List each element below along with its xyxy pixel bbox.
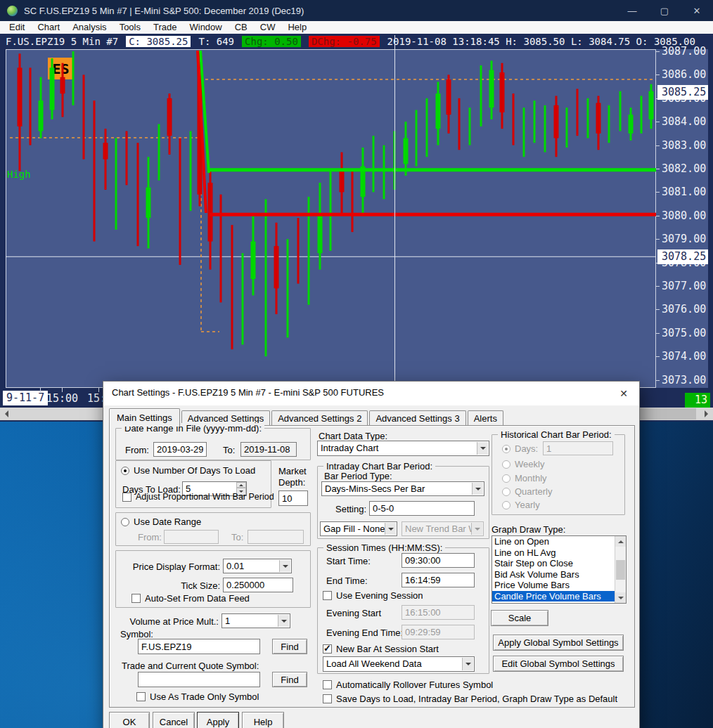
weekend-data-dropdown[interactable]: Load All Weekend Data bbox=[323, 656, 475, 672]
menu-item-trade[interactable]: Trade bbox=[147, 21, 183, 34]
evening-end-label: Evening End Time: bbox=[326, 628, 403, 638]
scroll-down-icon[interactable] bbox=[615, 592, 626, 603]
range-from-input[interactable] bbox=[164, 530, 219, 544]
historical-weekly-radio[interactable]: Weekly bbox=[502, 459, 544, 469]
listbox-scrollbar[interactable] bbox=[615, 536, 626, 603]
dialog-close-icon[interactable]: ✕ bbox=[615, 386, 632, 401]
menu-item-help[interactable]: Help bbox=[281, 21, 313, 34]
price-tick-label: 3087.00 bbox=[662, 45, 706, 58]
menu-item-analysis[interactable]: Analysis bbox=[66, 21, 113, 34]
maximize-icon[interactable]: ▢ bbox=[648, 0, 681, 21]
ok-button[interactable]: OK bbox=[109, 712, 150, 728]
tab-alerts[interactable]: Alerts bbox=[468, 410, 503, 426]
historical-bar-period-caption: Historical Chart Bar Period: bbox=[498, 429, 615, 440]
help-button[interactable]: Help bbox=[242, 712, 284, 728]
menu-item-cb[interactable]: CB bbox=[229, 21, 254, 34]
price-tick-label: 3075.00 bbox=[662, 327, 706, 339]
menu-item-edit[interactable]: Edit bbox=[3, 21, 31, 34]
chart-data-type-dropdown[interactable]: Intraday Chart bbox=[317, 441, 489, 456]
price-tick-mark bbox=[656, 216, 660, 216]
historical-days-input[interactable] bbox=[543, 441, 613, 455]
candlestick-chart[interactable] bbox=[6, 49, 656, 388]
scroll-up-icon[interactable] bbox=[615, 536, 626, 547]
trade-symbol-find-button[interactable]: Find bbox=[272, 672, 307, 687]
price-tick-mark bbox=[656, 333, 660, 334]
scroll-right-icon[interactable] bbox=[700, 408, 713, 420]
file-from-input[interactable] bbox=[153, 442, 207, 457]
scale-button[interactable]: Scale bbox=[491, 610, 548, 626]
volume-at-price-mult-dropdown[interactable]: 1 bbox=[221, 613, 290, 628]
trade-quote-symbol-input[interactable] bbox=[138, 672, 260, 687]
cancel-button[interactable]: Cancel bbox=[153, 712, 195, 728]
close-icon[interactable]: ✕ bbox=[681, 0, 713, 21]
historical-monthly-radio[interactable]: Monthly bbox=[502, 473, 547, 483]
file-to-input[interactable] bbox=[240, 442, 297, 457]
end-time-input[interactable] bbox=[402, 573, 475, 587]
gap-fill-dropdown[interactable]: Gap Fill - None bbox=[320, 521, 397, 536]
list-item[interactable]: Bid Ask Volume Bars bbox=[492, 569, 615, 580]
tab-main-settings[interactable]: Main Settings bbox=[109, 408, 180, 427]
quote-session-info: 2019-11-08 13:18:45 H: 3085.50 L: 3084.7… bbox=[387, 36, 695, 47]
bar-period-type-dropdown[interactable]: Days-Mins-Secs Per Bar bbox=[321, 481, 484, 496]
new-bar-at-session-start-checkbox[interactable]: New Bar At Session Start bbox=[323, 644, 439, 654]
use-evening-session-checkbox[interactable]: Use Evening Session bbox=[323, 590, 423, 601]
price-tick-mark bbox=[656, 286, 660, 287]
time-tick-mark bbox=[62, 388, 63, 392]
menu-item-window[interactable]: Window bbox=[183, 21, 228, 34]
adjust-proportional-checkbox[interactable]: Adjust Proportional With Bar Period bbox=[122, 492, 274, 502]
listbox-scrollbar-thumb[interactable] bbox=[616, 560, 625, 580]
price-tick-label: 3081.00 bbox=[662, 186, 706, 198]
price-tick-label: 3082.00 bbox=[662, 162, 706, 175]
new-trend-bar-dropdown[interactable]: New Trend Bar W bbox=[402, 521, 484, 536]
evening-end-input[interactable] bbox=[402, 625, 475, 639]
bar-period-type-label: Bar Period Type: bbox=[324, 471, 392, 481]
historical-quarterly-radio[interactable]: Quarterly bbox=[502, 486, 552, 497]
symbol-label: Symbol: bbox=[120, 629, 153, 639]
historical-yearly-radio[interactable]: Yearly bbox=[502, 500, 540, 510]
tab-advanced-settings-3[interactable]: Advanced Settings 3 bbox=[369, 410, 465, 426]
scroll-left-icon[interactable] bbox=[0, 408, 13, 420]
symbol-input[interactable] bbox=[138, 639, 260, 654]
menu-item-cw[interactable]: CW bbox=[254, 21, 282, 34]
start-time-input[interactable] bbox=[402, 553, 475, 568]
edit-global-symbol-settings-button[interactable]: Edit Global Symbol Settings bbox=[493, 656, 624, 672]
list-item[interactable]: Stair Step on Close bbox=[492, 558, 615, 569]
tab-advanced-settings-2[interactable]: Advanced Settings 2 bbox=[271, 410, 368, 426]
tick-size-label: Tick Size: bbox=[124, 580, 220, 591]
market-depth-input[interactable] bbox=[278, 490, 308, 506]
price-tick-mark bbox=[656, 239, 660, 240]
dialog-titlebar[interactable]: Chart Settings - F.US.EPZ19 5 Min #7 - E… bbox=[103, 382, 639, 405]
symbol-find-button[interactable]: Find bbox=[272, 639, 307, 654]
save-as-default-checkbox[interactable]: Save Days to Load, Intraday Bar Period, … bbox=[323, 694, 617, 704]
price-display-format-dropdown[interactable]: 0.01 bbox=[223, 559, 292, 573]
use-date-range-radio[interactable]: Use Date Range bbox=[121, 516, 201, 527]
time-tick-mark bbox=[98, 388, 99, 392]
use-as-trade-only-checkbox[interactable]: Use As Trade Only Symbol bbox=[136, 691, 259, 702]
minimize-icon[interactable]: — bbox=[616, 0, 648, 21]
session-times-caption: Session Times (HH:MM:SS): bbox=[323, 542, 445, 553]
use-number-of-days-radio[interactable]: Use Number Of Days To Load bbox=[121, 465, 255, 476]
setting-input[interactable] bbox=[369, 501, 475, 516]
apply-global-symbol-settings-button[interactable]: Apply Global Symbol Settings bbox=[493, 635, 624, 651]
volume-at-price-mult-label: Volume at Price Mult.: bbox=[124, 616, 219, 627]
menu-item-tools[interactable]: Tools bbox=[113, 21, 147, 34]
list-item[interactable]: Line on Open bbox=[492, 536, 615, 547]
evening-start-label: Evening Start bbox=[326, 608, 381, 618]
list-item[interactable]: Price Volume Bars bbox=[492, 580, 615, 591]
level-price-box: 3078.25 bbox=[657, 249, 708, 264]
price-tick-mark bbox=[656, 169, 660, 169]
range-to-input[interactable] bbox=[248, 530, 304, 544]
trade-quote-symbol-label: Trade and Current Quote Symbol: bbox=[122, 661, 259, 671]
menu-item-chart[interactable]: Chart bbox=[31, 21, 66, 34]
price-tick-mark bbox=[656, 356, 660, 357]
evening-start-input[interactable] bbox=[402, 605, 475, 620]
list-item[interactable]: Candle Price Volume Bars bbox=[492, 591, 615, 602]
historical-days-radio[interactable]: Days: bbox=[502, 443, 538, 454]
autoset-from-datafeed-checkbox[interactable]: Auto-Set From Data Feed bbox=[131, 593, 250, 604]
tick-size-input[interactable] bbox=[223, 578, 293, 592]
list-item[interactable]: Line on HL Avg bbox=[492, 547, 615, 559]
graph-draw-type-listbox[interactable]: Line on OpenLine on HL AvgStair Step on … bbox=[492, 535, 627, 604]
auto-rollover-checkbox[interactable]: Automatically Rollover Futures Symbol bbox=[323, 680, 493, 690]
setting-label: Setting: bbox=[335, 504, 366, 514]
apply-button[interactable]: Apply bbox=[197, 712, 239, 728]
